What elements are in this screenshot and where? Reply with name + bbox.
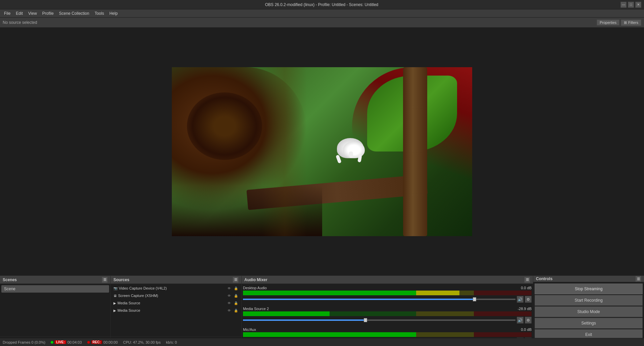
source-eye-btn[interactable]: 👁 <box>227 300 232 306</box>
dropped-frames-status: Dropped Frames 0 (0.0%) <box>3 340 45 344</box>
controls-label: Controls <box>536 276 552 281</box>
media2-audio-settings-btn[interactable]: ⚙ <box>525 317 532 323</box>
kbps-text: kb/s: 0 <box>166 340 177 344</box>
audio-channel-desktop: Desktop Audio 0.0 dB <box>243 285 532 303</box>
menu-tools[interactable]: Tools <box>92 10 107 16</box>
controls-content: Stop Streaming Start Recording Studio Mo… <box>533 282 644 341</box>
maximize-button[interactable]: □ <box>628 2 634 8</box>
audio-channel-media2: Media Source 2 -28.9 dB <box>243 306 532 324</box>
source-item-media-1[interactable]: ▶ Media Source 👁 🔒 <box>111 299 241 307</box>
start-recording-button[interactable]: Start Recording <box>535 295 643 306</box>
source-item-label: Video Capture Device (V4L2) <box>119 286 167 290</box>
rec-dot <box>87 341 90 344</box>
sources-panel: Sources ☰ 📷 Video Capture Device (V4L2) … <box>111 276 242 346</box>
source-eye-btn[interactable]: 👁 <box>227 293 232 298</box>
controls-panel-menu-btn[interactable]: ☰ <box>635 276 641 282</box>
filter-icon: ⊞ <box>624 20 627 25</box>
menu-help[interactable]: Help <box>107 10 120 16</box>
video-capture-icon: 📷 <box>113 287 117 290</box>
source-lock-btn[interactable]: 🔒 <box>233 293 239 298</box>
source-lock-btn[interactable]: 🔒 <box>233 308 239 313</box>
preview-area <box>0 28 644 275</box>
settings-button[interactable]: Settings <box>535 318 643 329</box>
scene-item[interactable]: Scene <box>1 285 109 293</box>
expand-icon: ▶ <box>113 309 116 312</box>
cpu-text: CPU: 47.2%, 30.00 fps <box>123 340 161 344</box>
source-item-video-capture[interactable]: 📷 Video Capture Device (V4L2) 👁 🔒 <box>111 285 241 292</box>
titlebar: OBS 26.0.2-modified (linux) - Profile: U… <box>0 0 644 9</box>
stop-streaming-button[interactable]: Stop Streaming <box>535 284 643 294</box>
desktop-audio-fader-row: 🔊 ⚙ <box>243 296 532 303</box>
source-eye-btn[interactable]: 👁 <box>227 286 232 291</box>
menu-view[interactable]: View <box>26 10 40 16</box>
media2-audio-fader-row: 🔊 ⚙ <box>243 317 532 323</box>
preview-canvas <box>172 67 472 236</box>
desktop-audio-mute-btn[interactable]: 🔊 <box>517 296 524 303</box>
source-item-label: Media Source <box>117 301 140 305</box>
sources-label: Sources <box>113 277 129 282</box>
scenes-list: Scene <box>0 284 110 337</box>
expand-icon: ▶ <box>113 301 116 305</box>
statusbar: Dropped Frames 0 (0.0%) LIVE: 00:04:03 R… <box>0 338 644 346</box>
source-item-label: Screen Capture (XSHM) <box>118 294 158 298</box>
audio-mixer-header: Audio Mixer ☰ <box>242 276 533 284</box>
window-title: OBS 26.0.2-modified (linux) - Profile: U… <box>23 2 621 7</box>
scenes-panel-header: Scenes ☰ <box>0 276 110 284</box>
source-bar: No source selected Properties ⊞ Filters <box>0 17 644 28</box>
desktop-audio-meter <box>243 291 532 295</box>
live-indicator: LIVE: 00:04:03 <box>51 340 82 344</box>
bottom-panels: Scenes ☰ Scene + − ⚙ ▲ ▼ <box>0 275 644 346</box>
mic-audio-label: Mic/Aux <box>243 328 256 332</box>
source-item-label: Media Source <box>117 308 140 312</box>
desktop-audio-label: Desktop Audio <box>243 286 267 290</box>
desktop-audio-settings-btn[interactable]: ⚙ <box>525 296 532 303</box>
menubar: File Edit View Profile Scene Collection … <box>0 9 644 17</box>
sources-panel-header: Sources ☰ <box>111 276 241 284</box>
kbps-status: kb/s: 0 <box>166 340 177 344</box>
source-item-media-2[interactable]: ▶ Media Source 👁 🔒 <box>111 307 241 314</box>
minimize-button[interactable]: — <box>621 2 627 8</box>
menu-profile[interactable]: Profile <box>40 10 56 16</box>
live-dot <box>51 341 53 344</box>
filters-button[interactable]: ⊞ Filters <box>621 19 641 26</box>
menu-file[interactable]: File <box>1 10 13 16</box>
rec-label: REC: <box>91 340 102 344</box>
rec-indicator: REC: 00:00:00 <box>87 340 118 344</box>
media2-audio-fader[interactable] <box>243 319 515 321</box>
studio-mode-button[interactable]: Studio Mode <box>535 306 643 317</box>
titlebar-controls: — □ ✕ <box>621 2 641 8</box>
scenes-panel-menu-btn[interactable]: ☰ <box>102 277 108 283</box>
source-lock-btn[interactable]: 🔒 <box>233 286 239 291</box>
source-eye-btn[interactable]: 👁 <box>227 308 232 313</box>
dropped-frames-text: Dropped Frames 0 (0.0%) <box>3 340 45 344</box>
menu-edit[interactable]: Edit <box>13 10 26 16</box>
close-button[interactable]: ✕ <box>635 2 641 8</box>
media2-audio-label: Media Source 2 <box>243 307 269 311</box>
properties-button[interactable]: Properties <box>597 19 620 26</box>
audio-mixer-label: Audio Mixer <box>244 277 267 282</box>
audio-mixer-menu-btn[interactable]: ☰ <box>524 277 530 283</box>
mic-audio-meter <box>243 332 532 337</box>
live-time: 00:04:03 <box>67 340 82 344</box>
media2-audio-db: -28.9 dB <box>517 307 532 311</box>
audio-mixer-panel: Audio Mixer ☰ Desktop Audio 0.0 dB <box>242 276 533 346</box>
cpu-status: CPU: 47.2%, 30.00 fps <box>123 340 161 344</box>
sources-list: 📷 Video Capture Device (V4L2) 👁 🔒 🖥 Scre… <box>111 284 241 337</box>
rec-time: 00:00:00 <box>103 340 118 344</box>
media2-audio-meter <box>243 311 532 316</box>
mic-audio-db: 0.0 dB <box>521 328 532 332</box>
scenes-panel: Scenes ☰ Scene + − ⚙ ▲ ▼ <box>0 276 111 346</box>
audio-channels: Desktop Audio 0.0 dB <box>242 284 533 346</box>
controls-bottom-panel: Controls ☰ Stop Streaming Start Recordin… <box>533 276 644 346</box>
media2-audio-mute-btn[interactable]: 🔊 <box>517 317 524 323</box>
screen-capture-icon: 🖥 <box>113 294 117 298</box>
source-lock-btn[interactable]: 🔒 <box>233 300 239 306</box>
controls-panel-header: Controls ☰ <box>533 276 644 282</box>
menu-scene-collection[interactable]: Scene Collection <box>56 10 92 16</box>
desktop-audio-fader[interactable] <box>243 299 515 300</box>
scenes-label: Scenes <box>3 277 17 282</box>
source-item-screen-capture[interactable]: 🖥 Screen Capture (XSHM) 👁 🔒 <box>111 292 241 299</box>
live-label: LIVE: <box>55 340 66 344</box>
no-source-text: No source selected <box>3 20 37 25</box>
sources-panel-menu-btn[interactable]: ☰ <box>233 277 239 283</box>
